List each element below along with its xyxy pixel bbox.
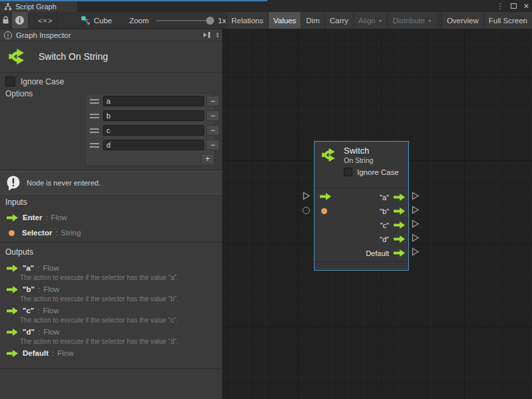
window-controls: ⋮ ✕	[497, 0, 529, 12]
node-output-row: Default	[341, 246, 405, 260]
toolbar: i <×> Cube Zoom 1x Relations Values Dim …	[0, 12, 532, 29]
flow-port-icon[interactable]	[394, 249, 405, 257]
spinner-control[interactable]: ▲ ▼	[215, 32, 219, 39]
input-port-row: Enter : Flow	[7, 212, 218, 223]
graph-breadcrumb[interactable]: Cube	[76, 12, 118, 29]
enter-flow-port-icon[interactable]	[320, 193, 331, 200]
toolbar-separator	[437, 12, 442, 29]
remove-option-button[interactable]: −	[206, 125, 219, 136]
dim-button[interactable]: Dim	[301, 12, 324, 29]
info-icon: i	[4, 31, 12, 39]
remove-option-button[interactable]: −	[206, 110, 219, 121]
zoom-slider[interactable]	[156, 20, 213, 21]
remove-option-button[interactable]: −	[206, 96, 219, 106]
info-icon: i	[15, 16, 24, 25]
code-preview-button[interactable]: <×>	[34, 12, 57, 29]
flow-port-icon[interactable]	[7, 329, 18, 336]
warning-bubble-icon	[5, 175, 21, 191]
window-menu-button[interactable]: ⋮	[497, 2, 504, 11]
drag-handle-icon[interactable]	[90, 114, 99, 118]
option-input[interactable]	[103, 125, 204, 136]
option-row: −	[86, 94, 215, 108]
switch-on-string-node[interactable]: Switch On String Ignore Case "a"	[314, 141, 409, 271]
flow-port-icon[interactable]	[7, 286, 18, 293]
window-maximize-button[interactable]	[511, 3, 517, 9]
align-dropdown[interactable]: Align ▼	[353, 12, 388, 29]
flow-port-icon[interactable]	[394, 221, 405, 229]
ignore-case-checkbox[interactable]	[344, 168, 352, 176]
values-button[interactable]: Values	[268, 12, 301, 29]
graph-hierarchy-icon	[4, 3, 12, 11]
inputs-header: Inputs	[5, 198, 27, 207]
lock-button[interactable]	[0, 12, 12, 29]
option-input[interactable]	[103, 96, 204, 106]
divider	[0, 242, 222, 243]
flow-port-icon[interactable]	[394, 207, 405, 215]
overview-button[interactable]: Overview	[442, 12, 483, 29]
zoom-control: Zoom 1x	[129, 12, 226, 29]
option-input[interactable]	[103, 110, 204, 121]
warning-box: Node is never entered.	[0, 171, 222, 194]
window-close-button[interactable]: ✕	[523, 2, 529, 11]
chevron-down-icon: ▼	[378, 19, 382, 23]
inspector-header: i Graph Inspector ▲ ▼	[0, 29, 222, 41]
remove-option-button[interactable]: −	[206, 140, 219, 150]
spinner-down-icon[interactable]: ▼	[215, 35, 219, 39]
flow-port-icon[interactable]	[7, 307, 18, 315]
flow-port-icon[interactable]	[394, 235, 405, 243]
unit-title-block: Switch On String	[0, 41, 222, 72]
node-output-row: "a"	[341, 190, 405, 204]
tab-bar: Script Graph ⋮ ✕	[0, 0, 532, 12]
distribute-dropdown[interactable]: Distribute ▼	[387, 12, 437, 29]
node-output-row: "b"	[341, 204, 405, 218]
drag-handle-icon[interactable]	[90, 143, 99, 148]
inspector-title: Graph Inspector	[16, 31, 70, 39]
tab-label: Script Graph	[15, 3, 57, 11]
ghost-flow-triangle-icon	[411, 233, 420, 242]
ghost-flow-triangle-icon	[302, 192, 311, 200]
options-footer: +	[86, 152, 215, 166]
lock-icon	[2, 16, 9, 25]
dock-icon[interactable]	[203, 31, 211, 39]
ignore-case-checkbox[interactable]	[5, 76, 15, 86]
selector-string-port-icon[interactable]	[321, 208, 327, 214]
flow-port-icon[interactable]	[7, 214, 18, 221]
ignore-case-row: Ignore Case	[5, 76, 64, 86]
divider	[0, 72, 222, 72]
relations-button[interactable]: Relations	[226, 12, 268, 29]
unity-script-graph-window: Script Graph ⋮ ✕ i <×> Cube	[0, 0, 532, 399]
graph-canvas[interactable]: Switch On String Ignore Case "a"	[223, 29, 532, 399]
inspector-toggle-button[interactable]: i	[12, 12, 29, 29]
flow-port-icon[interactable]	[7, 265, 18, 272]
warning-text: Node is never entered.	[27, 179, 100, 187]
carry-button[interactable]: Carry	[325, 12, 353, 29]
drag-handle-icon[interactable]	[90, 99, 99, 104]
node-output-row: "c"	[341, 218, 405, 232]
zoom-slider-handle[interactable]	[206, 17, 214, 25]
node-footer	[315, 261, 408, 271]
node-title: Switch	[344, 146, 373, 156]
tab-script-graph[interactable]: Script Graph	[0, 1, 77, 12]
switch-icon	[7, 47, 28, 66]
node-header: Switch On String Ignore Case	[315, 142, 408, 188]
add-option-button[interactable]: +	[201, 154, 214, 164]
option-input[interactable]	[103, 140, 204, 150]
string-port-icon[interactable]	[9, 230, 15, 236]
flow-port-icon[interactable]	[394, 194, 405, 201]
option-row: −	[86, 138, 215, 152]
node-output-row: "d"	[341, 232, 405, 246]
unit-title: Switch On String	[39, 51, 108, 62]
outputs-header: Outputs	[5, 247, 33, 257]
ghost-flow-triangle-icon	[411, 247, 420, 256]
node-subtitle: On String	[344, 156, 373, 164]
output-port-row: "a" : Flow	[7, 263, 218, 273]
flow-port-icon[interactable]	[7, 350, 18, 357]
graph-node-icon	[81, 16, 90, 25]
ghost-flow-triangle-icon	[411, 205, 420, 214]
fullscreen-button[interactable]: Full Screen	[483, 12, 532, 29]
node-body: "a" "b" "c" "d"	[315, 188, 408, 261]
output-port-row: "b" : Flow	[7, 284, 218, 295]
drag-handle-icon[interactable]	[90, 128, 99, 133]
node-ignore-case-row: Ignore Case	[344, 168, 404, 176]
chevron-down-icon: ▼	[428, 19, 432, 23]
